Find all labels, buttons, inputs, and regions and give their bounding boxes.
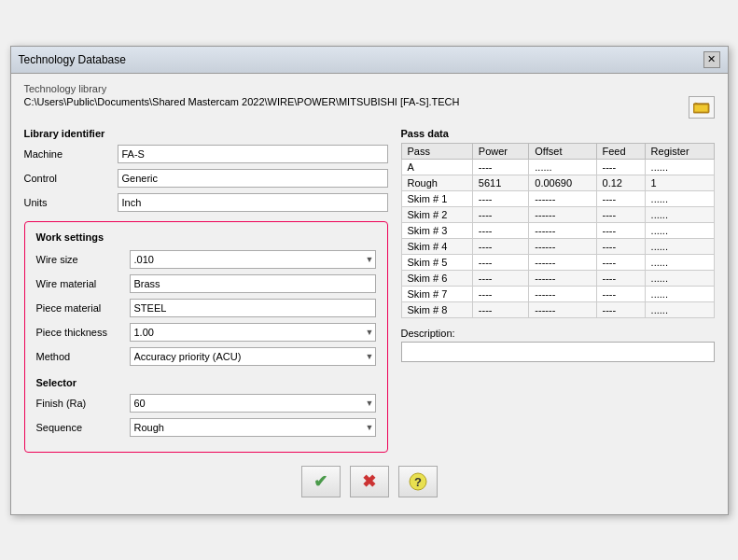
cell-power: ----: [472, 286, 528, 301]
main-body: Library identifier Machine Control Units…: [24, 128, 715, 453]
cancel-button[interactable]: ✖: [350, 466, 389, 497]
cell-feed: ----: [596, 222, 645, 238]
tech-library-row: Technology library C:\Users\Public\Docum…: [24, 83, 715, 119]
sequence-select[interactable]: RoughSkim #1Skim #2Skim #3: [130, 418, 376, 437]
piece-material-input[interactable]: [130, 299, 376, 317]
piece-thickness-row: Piece thickness 1.002.000.50 ▼: [36, 323, 376, 342]
wire-size-select[interactable]: .010.008.012: [130, 250, 376, 269]
cell-power: 5611: [472, 175, 528, 190]
cell-register: ......: [645, 159, 714, 175]
cell-offset: ------: [529, 254, 596, 270]
cell-pass: Skim # 3: [401, 222, 472, 238]
piece-material-label: Piece material: [36, 302, 130, 314]
cell-pass: A: [401, 159, 472, 175]
cell-power: ----: [472, 206, 528, 222]
cell-power: ----: [472, 159, 528, 175]
library-identifier-label: Library identifier: [24, 128, 388, 139]
cell-power: ----: [472, 270, 528, 286]
cell-feed: ----: [596, 270, 645, 286]
cell-power: ----: [472, 190, 528, 206]
table-row[interactable]: Skim # 4--------------......: [401, 238, 714, 254]
piece-material-row: Piece material: [36, 299, 376, 317]
method-row: Method Accuracy priority (ACU)Speed prio…: [36, 347, 376, 366]
close-button[interactable]: ✕: [703, 51, 720, 68]
table-row[interactable]: Skim # 6--------------......: [401, 270, 714, 286]
control-input[interactable]: [118, 169, 388, 188]
sequence-label: Sequence: [36, 422, 130, 433]
wire-size-label: Wire size: [36, 254, 130, 265]
cell-feed: ----: [596, 190, 645, 206]
cell-pass: Skim # 5: [401, 254, 472, 270]
cell-register: ......: [645, 222, 714, 238]
cell-feed: ----: [596, 159, 645, 175]
cell-pass: Skim # 8: [401, 301, 472, 317]
cell-feed: ----: [596, 206, 645, 222]
pass-table-body: A----......----......Rough56110.006900.1…: [401, 159, 714, 317]
cell-register: ......: [645, 206, 714, 222]
table-row[interactable]: Skim # 2--------------......: [401, 206, 714, 222]
cell-pass: Skim # 7: [401, 286, 472, 301]
table-row[interactable]: Rough56110.006900.121: [401, 175, 714, 190]
tech-library-path: C:\Users\Public\Documents\Shared Masterc…: [24, 96, 681, 107]
folder-icon-button[interactable]: [689, 96, 715, 119]
method-select[interactable]: Accuracy priority (ACU)Speed prioritySur…: [130, 347, 376, 366]
finish-ra-select[interactable]: 6030158: [130, 394, 376, 413]
help-icon: ?: [409, 472, 427, 491]
work-settings-title: Work settings: [36, 231, 376, 243]
cell-power: ----: [472, 301, 528, 317]
cell-register: ......: [645, 254, 714, 270]
col-power: Power: [472, 143, 528, 159]
cell-offset: ------: [529, 270, 596, 286]
piece-thickness-select[interactable]: 1.002.000.50: [130, 323, 376, 342]
cell-register: 1: [645, 175, 714, 190]
cell-register: ......: [645, 190, 714, 206]
table-row[interactable]: Skim # 7--------------......: [401, 286, 714, 301]
svg-text:?: ?: [414, 475, 422, 489]
table-row[interactable]: Skim # 8--------------......: [401, 301, 714, 317]
machine-row: Machine: [24, 145, 388, 163]
col-pass: Pass: [401, 143, 472, 159]
cell-offset: ------: [529, 190, 596, 206]
table-header-row: Pass Power Offset Feed Register: [401, 143, 714, 159]
ok-button[interactable]: ✔: [301, 466, 341, 497]
table-row[interactable]: Skim # 3--------------......: [401, 222, 714, 238]
method-label: Method: [36, 351, 130, 362]
pass-data-table: Pass Power Offset Feed Register A----...…: [401, 143, 715, 318]
col-feed: Feed: [596, 143, 645, 159]
wire-material-input[interactable]: [130, 274, 376, 293]
help-button[interactable]: ?: [398, 466, 438, 497]
description-label: Description:: [401, 328, 715, 339]
cell-offset: ------: [529, 222, 596, 238]
finish-ra-row: Finish (Ra) 6030158 ▼: [36, 394, 376, 413]
window-title: Technology Database: [19, 53, 126, 66]
wire-material-label: Wire material: [36, 278, 130, 289]
col-offset: Offset: [529, 143, 596, 159]
cell-power: ----: [472, 254, 528, 270]
cell-offset: ......: [529, 159, 596, 175]
technology-database-window: Technology Database ✕ Technology library…: [10, 46, 729, 515]
sequence-row: Sequence RoughSkim #1Skim #2Skim #3 ▼: [36, 418, 376, 437]
wire-size-row: Wire size .010.008.012 ▼: [36, 250, 376, 269]
left-panel: Library identifier Machine Control Units…: [24, 128, 388, 453]
machine-input[interactable]: [118, 145, 388, 163]
cell-feed: ----: [596, 286, 645, 301]
folder-icon: [693, 101, 710, 114]
piece-thickness-label: Piece thickness: [36, 327, 130, 338]
cell-power: ----: [472, 238, 528, 254]
cell-register: ......: [645, 238, 714, 254]
units-input[interactable]: [118, 193, 388, 212]
work-settings-box: Work settings Wire size .010.008.012 ▼ W…: [24, 221, 388, 453]
table-row[interactable]: Skim # 5--------------......: [401, 254, 714, 270]
units-row: Units: [24, 193, 388, 212]
pass-data-label: Pass data: [401, 128, 715, 139]
table-row[interactable]: A----......----......: [401, 159, 714, 175]
wire-material-row: Wire material: [36, 274, 376, 293]
table-row[interactable]: Skim # 1--------------......: [401, 190, 714, 206]
selector-section: Selector Finish (Ra) 6030158 ▼ Sequence: [36, 377, 376, 437]
wire-size-wrapper: .010.008.012 ▼: [130, 250, 376, 269]
sequence-wrapper: RoughSkim #1Skim #2Skim #3 ▼: [130, 418, 376, 437]
cell-pass: Rough: [401, 175, 472, 190]
footer-buttons: ✔ ✖ ?: [24, 456, 715, 505]
description-input[interactable]: [401, 342, 715, 362]
control-label: Control: [24, 173, 118, 184]
